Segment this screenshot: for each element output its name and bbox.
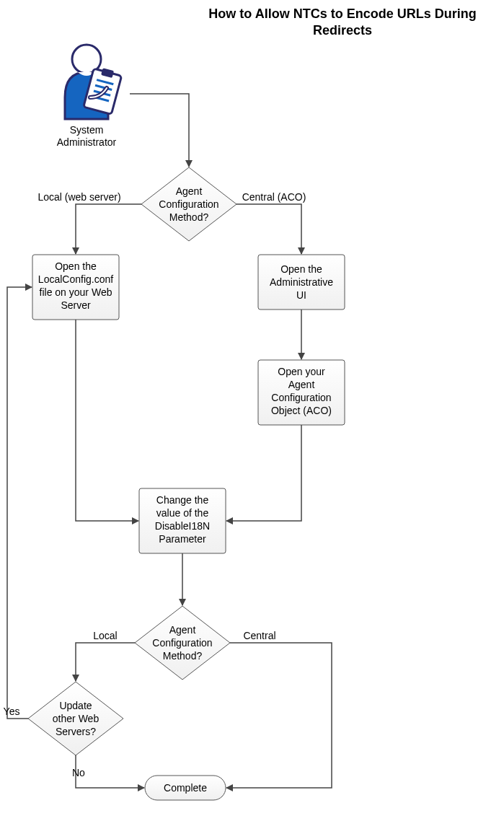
edge-d3-no-label: No	[72, 767, 85, 778]
decision-agent-config-2: Agent Configuration Method?	[135, 606, 230, 680]
svg-rect-38	[145, 776, 226, 800]
edge-d1-local-label: Local (web server)	[37, 191, 120, 203]
page-title-line1: How to Allow NTCs to Encode URLs During	[208, 6, 476, 21]
svg-marker-30	[135, 606, 230, 680]
edge-localopen-to-change	[76, 320, 138, 521]
svg-rect-20	[258, 360, 345, 425]
terminator-complete: Complete	[145, 776, 226, 800]
svg-marker-7	[141, 167, 236, 241]
process-open-localconfig: Open the LocalConfig.conf file on your W…	[32, 255, 119, 320]
actor-label-line2: Administrator	[57, 136, 117, 148]
svg-marker-34	[28, 682, 123, 755]
decision-update-other-servers: Update other Web Servers?	[28, 682, 123, 755]
edge-d1-local	[76, 204, 141, 254]
flowchart-canvas: How to Allow NTCs to Encode URLs During …	[0, 0, 504, 821]
edge-d3-yes-label: Yes	[4, 706, 20, 717]
svg-rect-16	[258, 255, 345, 309]
edge-d2-central-label: Central	[243, 630, 275, 641]
process-change-disablei18n: Change the value of the DisableI18N Para…	[139, 488, 226, 553]
decision-agent-config-1: Agent Configuration Method?	[141, 167, 236, 241]
process-open-admin-ui: Open the Administrative UI	[258, 255, 345, 309]
edge-d3-no	[76, 755, 144, 788]
edge-d2-local	[76, 643, 135, 681]
page-title-line2: Redirects	[313, 23, 372, 38]
actor-icon	[65, 45, 123, 119]
edge-d2-local-label: Local	[93, 630, 117, 641]
edge-d3-yes	[7, 287, 32, 719]
edge-d1-central-label: Central (ACO)	[242, 191, 306, 203]
edge-d2-central	[226, 643, 332, 788]
edge-actor-to-d1	[130, 94, 189, 167]
process-open-aco: Open your Agent Configuration Object (AC…	[258, 360, 345, 425]
edge-d1-central	[236, 204, 301, 254]
edge-aco-to-change	[226, 425, 301, 521]
actor-label-line1: System	[70, 124, 104, 136]
svg-rect-25	[139, 488, 226, 553]
svg-rect-11	[32, 255, 119, 320]
